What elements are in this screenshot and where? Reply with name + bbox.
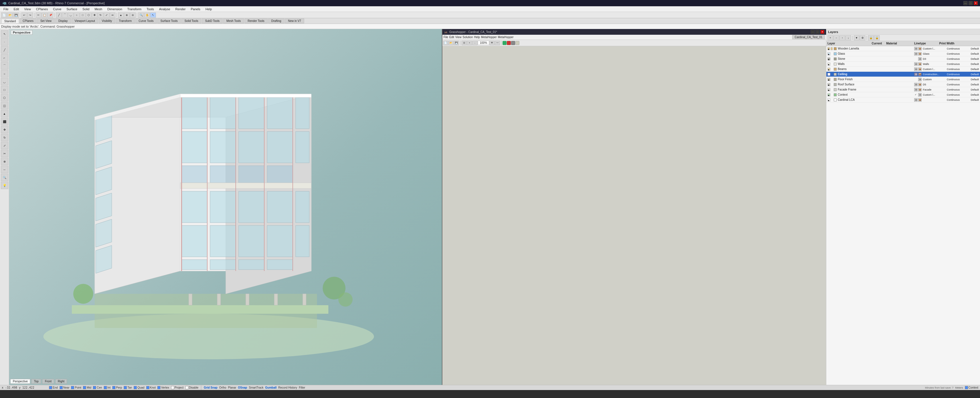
snap-knot-check[interactable] xyxy=(146,386,150,389)
layer-color-walls[interactable] xyxy=(834,63,837,65)
curve-tool[interactable]: ⌒ xyxy=(1,62,8,70)
snap-project-check[interactable] xyxy=(171,386,174,389)
extrude-tool[interactable]: ▲ xyxy=(1,110,8,117)
menu-tools[interactable]: Tools xyxy=(144,7,156,11)
move-tool[interactable]: ✥ xyxy=(1,126,8,133)
menu-file[interactable]: File xyxy=(1,7,11,11)
select-btn[interactable]: ↖ xyxy=(150,13,156,17)
tab-transform[interactable]: Transform xyxy=(116,19,135,23)
snap-quad-check[interactable] xyxy=(134,386,137,389)
gh-menu-view[interactable]: View xyxy=(455,36,461,39)
scale-tool[interactable]: ⤢ xyxy=(1,142,8,149)
gh-wire-btn[interactable]: 〰 xyxy=(495,41,500,45)
snap-record-history[interactable]: Record History xyxy=(278,386,297,389)
gh-preview-btn[interactable]: 👁 xyxy=(490,41,495,45)
snap-knot[interactable]: Knot xyxy=(146,386,156,389)
gh-menu-solution[interactable]: Solution xyxy=(463,36,473,39)
layer-roof-surface[interactable]: ● Roof Surface 🗂 📦 D5 Continuous Default xyxy=(826,82,980,87)
circle-btn[interactable]: ○ xyxy=(74,13,80,17)
layer-down-btn[interactable]: ↓ xyxy=(845,35,851,40)
point-tool[interactable]: · xyxy=(1,38,8,46)
gh-menu-edit[interactable]: Edit xyxy=(449,36,454,39)
layer-context[interactable]: ● Context ✓ 🗂 Custom l... Continuous Def… xyxy=(826,92,980,97)
layer-color-floor[interactable] xyxy=(834,78,837,81)
menu-transform[interactable]: Transform xyxy=(125,7,144,11)
rotate-btn[interactable]: ↻ xyxy=(98,13,103,17)
layer-color-roof[interactable] xyxy=(834,83,837,86)
boolean-tool[interactable]: ⊕ xyxy=(1,158,8,165)
snap-project[interactable]: Project xyxy=(171,386,184,389)
solid-tool[interactable]: ⬛ xyxy=(1,118,8,125)
snap-cen-check[interactable] xyxy=(93,386,96,389)
minimize-button[interactable]: — xyxy=(964,1,967,5)
snap-end[interactable]: End xyxy=(49,386,58,389)
line-btn[interactable]: ╱ xyxy=(56,13,62,17)
maximize-button[interactable]: □ xyxy=(969,1,973,5)
gh-menu-metahopper2[interactable]: MetaHopper xyxy=(498,36,514,39)
menu-help[interactable]: Help xyxy=(203,7,214,11)
tab-setview[interactable]: Set View xyxy=(37,19,54,23)
gh-zoom-out-btn[interactable]: - xyxy=(473,41,477,45)
line-tool[interactable]: ╱ xyxy=(1,46,8,54)
snap-ortho[interactable]: Ortho xyxy=(219,386,226,389)
snap-int-check[interactable] xyxy=(104,386,107,389)
layer-vis-cardinal[interactable]: ● xyxy=(827,98,830,101)
tab-render-tools[interactable]: Render Tools xyxy=(245,19,268,23)
cut-btn[interactable]: ✂ xyxy=(36,13,41,17)
tab-subd[interactable]: SubD Tools xyxy=(202,19,223,23)
gh-menu-metahopper[interactable]: MetaHopper xyxy=(481,36,497,39)
zoom-btn[interactable]: 🔍 xyxy=(138,13,144,17)
layer-color-beams[interactable] xyxy=(834,68,837,71)
layer-vis-ceiling[interactable]: ● xyxy=(827,73,830,76)
tab-mesh-tools[interactable]: Mesh Tools xyxy=(223,19,244,23)
gh-zoom-in-btn[interactable]: + xyxy=(467,41,472,45)
layer-vis-context[interactable]: ● xyxy=(827,94,830,96)
menu-solid[interactable]: Solid xyxy=(80,7,92,11)
snap-planar[interactable]: Planar xyxy=(228,386,236,389)
layer-color-cardinal[interactable] xyxy=(834,98,837,101)
rect-btn[interactable]: □ xyxy=(80,13,86,17)
tab-drafting[interactable]: Drafting xyxy=(268,19,285,23)
layer-cardinal-lca[interactable]: ● Cardinal LCA 🗂 📦 Continuous Default xyxy=(826,97,980,103)
gh-new-btn[interactable]: 📄 xyxy=(443,41,448,45)
gh-zoom-fit-btn[interactable]: ⊡ xyxy=(461,41,467,45)
layer-facade-frame[interactable]: ● Facade Frame 🗂 📦 Facade Continuous Def… xyxy=(826,87,980,92)
copy-btn[interactable]: 📋 xyxy=(41,13,47,17)
snap-point[interactable]: Point xyxy=(71,386,81,389)
trim-tool[interactable]: ✂ xyxy=(1,150,8,157)
snap-mid[interactable]: Mid xyxy=(83,386,91,389)
vp-tab-right[interactable]: Right xyxy=(55,379,67,384)
menu-render[interactable]: Render xyxy=(173,7,188,11)
rect-tool[interactable]: □ xyxy=(1,86,8,94)
layer-unlock-btn[interactable]: 🔓 xyxy=(874,35,880,40)
gh-menu-help[interactable]: Help xyxy=(474,36,480,39)
snap-disable[interactable]: Disable xyxy=(185,386,198,389)
tab-viewport-layout[interactable]: Viewport Layout xyxy=(72,19,98,23)
layer-vis-roof[interactable]: ● xyxy=(827,83,830,86)
tab-solid-tools[interactable]: Solid Tools xyxy=(181,19,201,23)
new-layer-btn[interactable]: + xyxy=(827,35,833,40)
menu-edit[interactable]: Edit xyxy=(11,7,21,11)
poly-btn[interactable]: ⬡ xyxy=(86,13,92,17)
layer-beams[interactable]: ● Beams 🗂 📦 Custom l... Continuous Defau… xyxy=(826,67,980,72)
layer-color-ceiling[interactable] xyxy=(834,73,837,76)
gh-zoom-level[interactable]: 100% xyxy=(478,41,489,45)
tab-standard[interactable]: Standard xyxy=(1,19,19,23)
layer-lock-icon[interactable] xyxy=(830,47,833,50)
rotate-tool[interactable]: ↻ xyxy=(1,134,8,141)
menu-cplanes[interactable]: CPlanes xyxy=(33,7,50,11)
menu-view[interactable]: View xyxy=(22,7,33,11)
layer-settings-btn[interactable]: ⚙ xyxy=(860,35,865,40)
snap-point-check[interactable] xyxy=(71,386,74,389)
arc-tool[interactable]: ◡ xyxy=(1,78,8,86)
viewport-3d[interactable]: Perspective xyxy=(9,29,442,385)
snap-smarttrack[interactable]: SmartTrack xyxy=(249,386,263,389)
snap-filter[interactable]: Filter xyxy=(299,386,305,389)
context-checkbox[interactable] xyxy=(965,386,968,389)
layer-wooden-lamella[interactable]: ● Wooden Lamella 🗂 📦 Custom l... Continu… xyxy=(826,46,980,51)
layer-vis-icon[interactable]: ● xyxy=(827,47,830,50)
gh-maximize-btn[interactable]: □ xyxy=(816,30,819,34)
layer-up-btn[interactable]: ↑ xyxy=(840,35,845,40)
layer-color-facade[interactable] xyxy=(834,88,837,91)
snap-gumball[interactable]: Gumball xyxy=(265,386,277,389)
